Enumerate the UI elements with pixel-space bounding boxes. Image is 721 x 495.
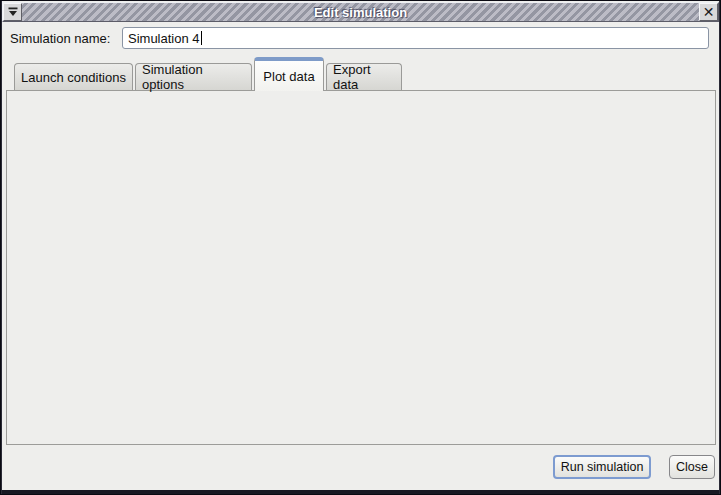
tab-plot-data[interactable]: Plot data [254,57,324,91]
window-menu-button[interactable] [3,3,22,21]
text-caret [201,31,202,45]
close-dialog-button[interactable]: Close [669,455,715,479]
tab-export-data[interactable]: Export data [326,63,402,90]
edit-simulation-dialog: Edit simulation ✕ Simulation name: Simul… [0,0,721,495]
simulation-name-input[interactable]: Simulation 4 [122,27,709,49]
plot-data-panel [6,90,716,445]
tab-launch-conditions[interactable]: Launch conditions [14,63,133,90]
run-simulation-button[interactable]: Run simulation [553,455,651,479]
window-menu-icon [7,6,19,18]
close-button[interactable]: ✕ [699,3,718,21]
close-icon: ✕ [703,4,715,20]
window-title: Edit simulation [314,5,407,20]
simulation-name-label: Simulation name: [10,31,110,46]
tab-simulation-options[interactable]: Simulation options [135,63,252,90]
titlebar[interactable]: Edit simulation ✕ [2,2,719,22]
